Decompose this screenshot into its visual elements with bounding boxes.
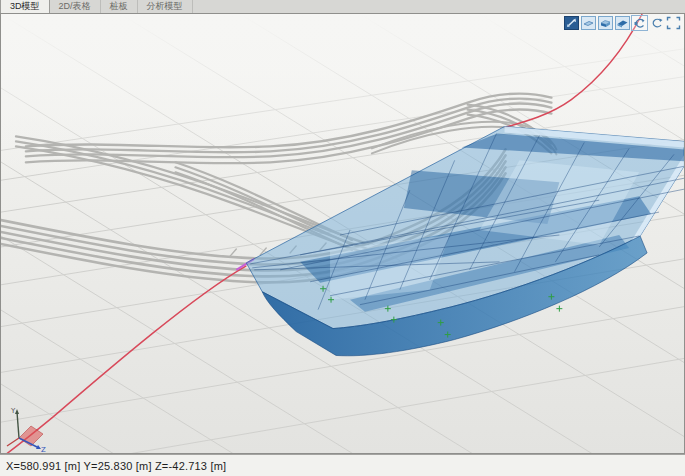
rotate-view-icon[interactable]: [649, 16, 664, 30]
triad-plane: [19, 426, 43, 446]
y-axis: [17, 412, 19, 438]
iso-view-icon[interactable]: [598, 16, 613, 30]
tab-pile-slab[interactable]: 桩板: [101, 0, 138, 13]
cursor-coordinates: X=580.991 [m] Y=25.830 [m] Z=-42.713 [m]: [0, 460, 226, 472]
perspective-view-icon[interactable]: [615, 16, 630, 30]
zoom-extents-icon[interactable]: [564, 16, 579, 30]
application-window: 3D模型 2D/表格 桩板 分析模型: [0, 0, 685, 476]
fit-view-icon[interactable]: [666, 16, 681, 30]
axis-triad: Y Z: [3, 404, 51, 452]
tab-analysis-model[interactable]: 分析模型: [138, 0, 193, 13]
view-tabbar: 3D模型 2D/表格 桩板 分析模型: [0, 0, 685, 14]
scene-3d: [1, 14, 684, 453]
z-axis-label: Z: [41, 446, 46, 452]
x-axis: [7, 438, 19, 446]
tab-2d-tables[interactable]: 2D/表格: [50, 0, 101, 13]
view-toolbar: [564, 16, 681, 30]
y-axis-label: Y: [10, 407, 16, 415]
viewport-3d[interactable]: Y Z: [0, 13, 685, 454]
status-bar: X=580.991 [m] Y=25.830 [m] Z=-42.713 [m]: [0, 454, 685, 476]
top-view-icon[interactable]: [581, 16, 596, 30]
orbit-icon[interactable]: [632, 16, 647, 30]
tab-3d-model[interactable]: 3D模型: [0, 0, 50, 13]
